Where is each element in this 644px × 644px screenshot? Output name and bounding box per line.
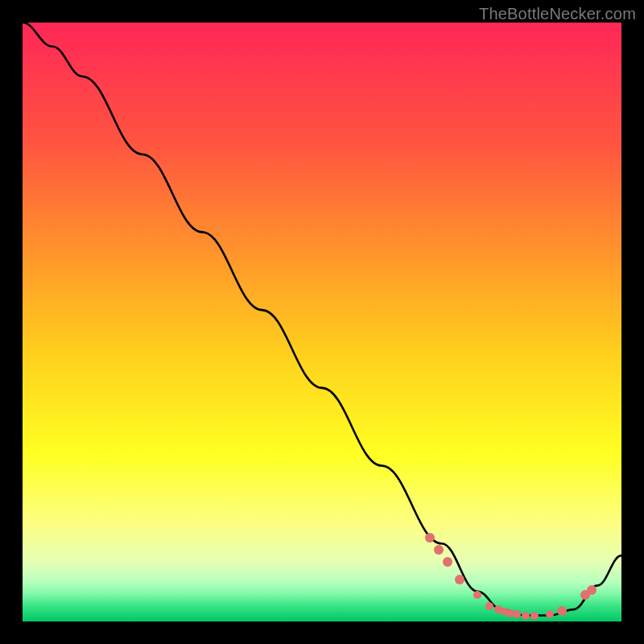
highlight-dot — [443, 557, 452, 567]
highlight-dot — [473, 591, 481, 599]
highlight-dot — [434, 545, 444, 555]
plot-area — [23, 23, 621, 621]
highlight-dot — [557, 606, 567, 616]
chart-root: { "attribution": "TheBottleNecker.com", … — [0, 0, 644, 644]
highlight-dot — [546, 610, 554, 618]
highlight-dot — [485, 602, 493, 610]
highlight-dot — [522, 612, 530, 620]
highlight-dot — [587, 585, 597, 595]
attribution-label: TheBottleNecker.com — [479, 5, 636, 23]
background-gradient — [23, 23, 621, 621]
highlight-dot — [425, 533, 435, 543]
svg-rect-0 — [23, 23, 621, 621]
highlight-dot — [530, 612, 539, 620]
highlight-dot — [513, 610, 521, 618]
highlight-dot — [455, 575, 464, 584]
